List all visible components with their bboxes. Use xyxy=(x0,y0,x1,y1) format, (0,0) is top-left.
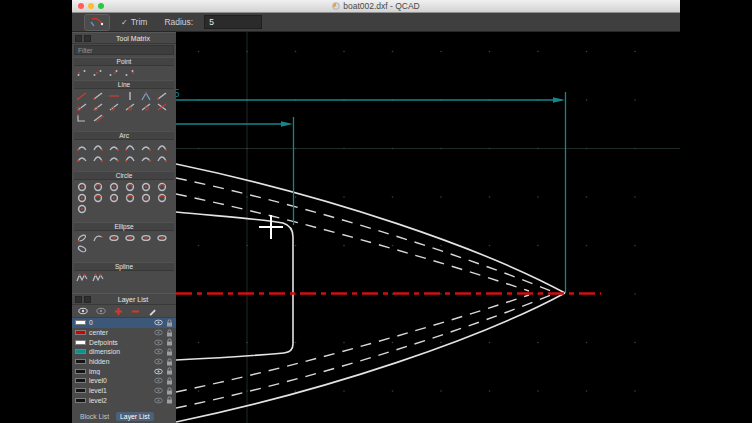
ellipse-tool-icon[interactable] xyxy=(155,233,168,243)
line-tool-icon[interactable] xyxy=(91,113,104,123)
layer-lock-icon[interactable] xyxy=(166,338,173,346)
circle-tool-icon[interactable] xyxy=(123,182,136,192)
line-tool-icon[interactable] xyxy=(91,91,104,101)
round-tool-button[interactable] xyxy=(84,14,110,31)
ellipse-tool-icon[interactable] xyxy=(75,233,88,243)
layer-color-swatch[interactable] xyxy=(75,320,86,325)
tool-filter-input[interactable]: Filter xyxy=(74,45,174,55)
circle-tool-icon[interactable] xyxy=(75,182,88,192)
line-tool-icon[interactable] xyxy=(107,91,120,101)
circle-tool-icon[interactable] xyxy=(75,193,88,203)
circle-tool-icon[interactable] xyxy=(75,204,88,214)
edit-layer-button[interactable] xyxy=(148,307,157,316)
circle-tool-icon[interactable] xyxy=(123,193,136,203)
drawing-canvas[interactable]: 5 xyxy=(176,32,680,423)
arc-tool-icon[interactable] xyxy=(107,142,120,152)
arc-tool-icon[interactable] xyxy=(123,153,136,163)
point-tool-icon[interactable] xyxy=(75,68,88,78)
show-all-layers-button[interactable] xyxy=(78,307,88,315)
layer-visibility-eye-icon[interactable] xyxy=(154,368,163,375)
layer-row-center[interactable]: center xyxy=(72,328,176,338)
point-tool-icon[interactable] xyxy=(123,68,136,78)
circle-tool-icon[interactable] xyxy=(139,182,152,192)
layer-lock-icon[interactable] xyxy=(166,329,173,337)
circle-tool-icon[interactable] xyxy=(91,193,104,203)
layer-visibility-eye-icon[interactable] xyxy=(154,348,163,355)
ellipse-tool-icon[interactable] xyxy=(91,233,104,243)
line-tool-icon[interactable] xyxy=(155,91,168,101)
layer-color-swatch[interactable] xyxy=(75,369,86,374)
layer-row-level0[interactable]: level0 xyxy=(72,376,176,386)
layer-visibility-eye-icon[interactable] xyxy=(154,319,163,326)
arc-tool-icon[interactable] xyxy=(155,153,168,163)
circle-tool-icon[interactable] xyxy=(107,193,120,203)
line-tool-icon[interactable] xyxy=(123,91,136,101)
layer-color-swatch[interactable] xyxy=(75,398,86,403)
spline-tool-icon[interactable] xyxy=(75,273,88,283)
layer-color-swatch[interactable] xyxy=(75,340,86,345)
circle-tool-icon[interactable] xyxy=(107,182,120,192)
circle-tool-icon[interactable] xyxy=(155,182,168,192)
layer-visibility-eye-icon[interactable] xyxy=(154,329,163,336)
spline-tool-icon[interactable] xyxy=(91,273,104,283)
line-tool-icon[interactable] xyxy=(139,102,152,112)
layer-lock-icon[interactable] xyxy=(166,358,173,366)
layer-lock-icon[interactable] xyxy=(166,348,173,356)
layer-color-swatch[interactable] xyxy=(75,330,86,335)
layer-lock-icon[interactable] xyxy=(166,319,173,327)
ellipse-tool-icon[interactable] xyxy=(139,233,152,243)
point-tool-icon[interactable] xyxy=(91,68,104,78)
layer-lock-icon[interactable] xyxy=(166,387,173,395)
arc-tool-icon[interactable] xyxy=(91,142,104,152)
line-tool-icon[interactable] xyxy=(155,102,168,112)
layer-visibility-eye-icon[interactable] xyxy=(154,339,163,346)
ellipse-tool-icon[interactable] xyxy=(75,244,88,254)
arc-tool-icon[interactable] xyxy=(75,153,88,163)
layer-row-Defpoints[interactable]: Defpoints xyxy=(72,337,176,347)
point-tool-icon[interactable] xyxy=(107,68,120,78)
layer-row-hidden[interactable]: hidden xyxy=(72,357,176,367)
arc-tool-icon[interactable] xyxy=(75,142,88,152)
arc-tool-icon[interactable] xyxy=(139,153,152,163)
ellipse-tool-icon[interactable] xyxy=(107,233,120,243)
layer-color-swatch[interactable] xyxy=(75,388,86,393)
circle-tool-icon[interactable] xyxy=(91,182,104,192)
layer-color-swatch[interactable] xyxy=(75,349,86,354)
layer-row-dimension[interactable]: dimension xyxy=(72,347,176,357)
ellipse-tool-icon[interactable] xyxy=(123,233,136,243)
line-tool-icon[interactable] xyxy=(75,113,88,123)
layer-lock-icon[interactable] xyxy=(166,377,173,385)
line-tool-icon[interactable] xyxy=(91,102,104,112)
arc-tool-icon[interactable] xyxy=(107,153,120,163)
layer-visibility-eye-icon[interactable] xyxy=(154,397,163,404)
hide-all-layers-button[interactable] xyxy=(96,307,106,315)
layer-lock-icon[interactable] xyxy=(166,367,173,375)
close-panel-icon[interactable] xyxy=(84,296,91,303)
radius-input[interactable]: 5 xyxy=(204,15,262,29)
arc-tool-icon[interactable] xyxy=(91,153,104,163)
line-tool-icon[interactable] xyxy=(75,102,88,112)
layer-visibility-eye-icon[interactable] xyxy=(154,377,163,384)
arc-tool-icon[interactable] xyxy=(155,142,168,152)
layer-lock-icon[interactable] xyxy=(166,396,173,404)
close-panel-icon[interactable] xyxy=(84,35,91,42)
float-panel-icon[interactable] xyxy=(75,296,82,303)
layer-row-level2[interactable]: level2 xyxy=(72,396,176,406)
line-tool-icon[interactable] xyxy=(123,102,136,112)
tab-layer-list[interactable]: Layer List xyxy=(116,412,153,421)
float-panel-icon[interactable] xyxy=(75,35,82,42)
line-tool-icon[interactable] xyxy=(75,91,88,101)
arc-tool-icon[interactable] xyxy=(123,142,136,152)
remove-layer-button[interactable] xyxy=(131,307,140,316)
layer-row-level1[interactable]: level1 xyxy=(72,386,176,396)
layer-color-swatch[interactable] xyxy=(75,359,86,364)
line-tool-icon[interactable] xyxy=(139,91,152,101)
layer-visibility-eye-icon[interactable] xyxy=(154,358,163,365)
layer-visibility-eye-icon[interactable] xyxy=(154,387,163,394)
add-layer-button[interactable] xyxy=(114,307,123,316)
tab-block-list[interactable]: Block List xyxy=(76,412,113,421)
layer-color-swatch[interactable] xyxy=(75,378,86,383)
circle-tool-icon[interactable] xyxy=(139,193,152,203)
circle-tool-icon[interactable] xyxy=(155,193,168,203)
cad-drawing[interactable]: 5 xyxy=(176,32,680,423)
